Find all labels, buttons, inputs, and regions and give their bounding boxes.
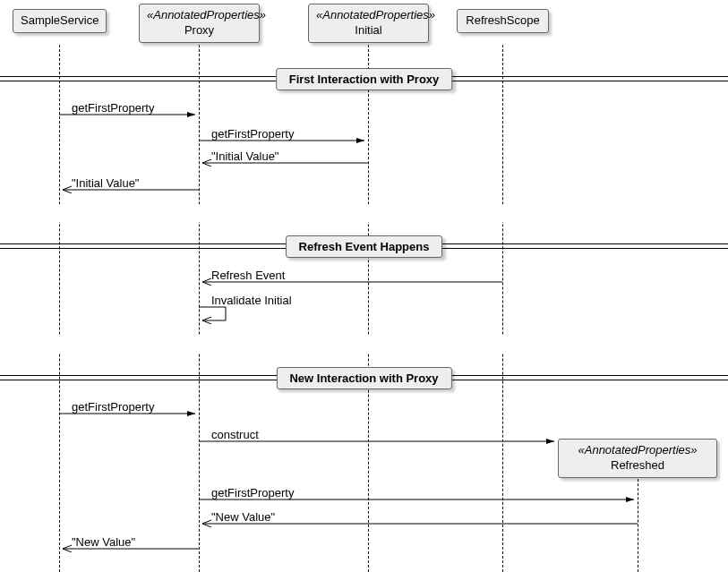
msg-label: "Initial Value" bbox=[210, 149, 280, 163]
participant-label: RefreshScope bbox=[466, 13, 539, 27]
msg-label: getFirstProperty bbox=[70, 400, 156, 414]
participant-stereo: «AnnotatedProperties» bbox=[578, 443, 698, 457]
msg-label: Refresh Event bbox=[210, 269, 287, 282]
lifeline-proxy bbox=[199, 45, 200, 572]
divider-new: New Interaction with Proxy bbox=[276, 367, 451, 389]
participant-stereo: «AnnotatedProperties» bbox=[316, 8, 435, 21]
msg-label: construct bbox=[210, 428, 261, 441]
participant-scope: RefreshScope bbox=[457, 9, 549, 33]
msg-label: getFirstProperty bbox=[210, 486, 295, 499]
participant-label: Proxy bbox=[184, 23, 214, 37]
msg-label: getFirstProperty bbox=[210, 127, 295, 141]
divider-refresh: Refresh Event Happens bbox=[286, 235, 443, 258]
msg-label: Invalidate Initial bbox=[210, 294, 294, 307]
lifeline-sample bbox=[59, 45, 60, 572]
participant-initial: «AnnotatedProperties» Initial bbox=[308, 4, 429, 43]
participant-refreshed: «AnnotatedProperties» Refreshed bbox=[558, 439, 717, 478]
participant-stereo: «AnnotatedProperties» bbox=[147, 8, 266, 21]
msg-label: "New Value" bbox=[210, 510, 277, 524]
lifeline-refreshed bbox=[638, 465, 638, 572]
lifeline-initial bbox=[368, 45, 369, 572]
participant-label: SampleService bbox=[21, 13, 98, 27]
msg-label: "New Value" bbox=[70, 535, 137, 549]
divider-label: New Interaction with Proxy bbox=[289, 371, 438, 385]
participant-label: Refreshed bbox=[611, 458, 664, 472]
participant-label: Initial bbox=[355, 23, 381, 37]
divider-label: Refresh Event Happens bbox=[299, 240, 430, 253]
participant-sample: SampleService bbox=[13, 9, 107, 33]
participant-proxy: «AnnotatedProperties» Proxy bbox=[139, 4, 260, 43]
divider-first: First Interaction with Proxy bbox=[276, 68, 453, 90]
lifeline-scope bbox=[502, 45, 503, 572]
divider-label: First Interaction with Proxy bbox=[289, 73, 440, 86]
msg-label: "Initial Value" bbox=[70, 176, 141, 190]
msg-label: getFirstProperty bbox=[70, 101, 156, 115]
